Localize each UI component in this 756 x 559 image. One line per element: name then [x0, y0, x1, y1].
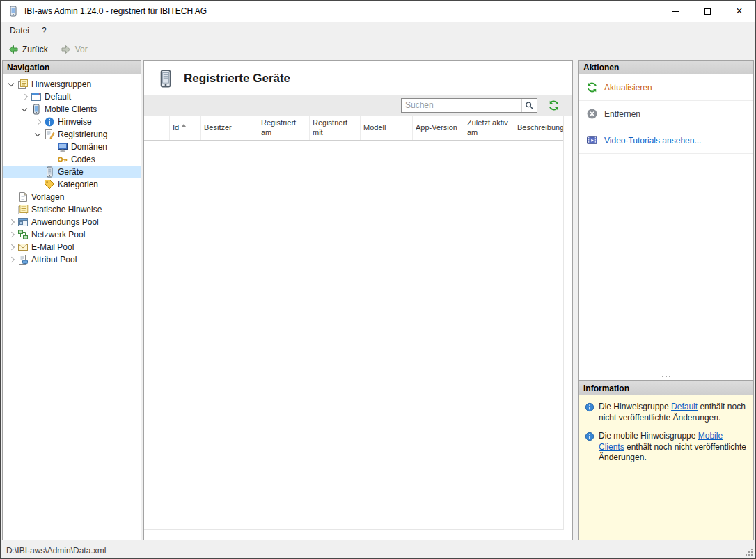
tree-item-statische-hinweise[interactable]: Statische Hinweise: [3, 203, 141, 216]
tree-item-codes[interactable]: Codes: [3, 153, 141, 166]
menubar: Datei?: [1, 22, 755, 40]
expand-chevron[interactable]: [32, 116, 44, 128]
column-header-modell[interactable]: Modell: [361, 116, 413, 140]
tree-item-anwendungs-pool[interactable]: Anwendungs Pool: [3, 216, 141, 228]
action-video-tutorials-ansehen[interactable]: Video-Tutorials ansehen...: [579, 127, 753, 154]
back-button[interactable]: Zurück: [5, 42, 51, 56]
tree-item-default[interactable]: Default: [3, 90, 141, 103]
search-box: [401, 98, 537, 113]
expand-chevron[interactable]: [6, 191, 17, 203]
close-icon: ×: [736, 6, 742, 17]
tree-item-dom-nen[interactable]: Domänen: [3, 141, 141, 153]
navigation-header: Navigation: [3, 61, 141, 74]
forward-icon: [61, 44, 72, 55]
expand-chevron[interactable]: [6, 204, 17, 216]
expand-chevron[interactable]: [19, 104, 31, 116]
close-button[interactable]: ×: [723, 1, 755, 22]
navigation-panel: Navigation Hinweisgruppen Default Mobile…: [2, 60, 141, 540]
registered-devices-icon: [157, 70, 175, 88]
table-body: [144, 141, 563, 529]
statusbar: D:\IBI-aws\Admin\Data.xml: [1, 542, 755, 558]
action-aktualisieren[interactable]: Aktualisieren: [579, 74, 753, 101]
mobile-icon: [31, 104, 42, 115]
page-title: Registrierte Geräte: [184, 72, 290, 86]
actions-panel: Aktionen Aktualisieren Entfernen Video-T…: [578, 60, 754, 381]
refresh-icon: [548, 100, 560, 111]
column-header-zuletzt-aktiv-am[interactable]: Zuletzt aktiv am: [464, 116, 514, 140]
info-link[interactable]: Default: [671, 402, 698, 411]
panel-splitter[interactable]: [579, 372, 753, 380]
information-body: Die Hinweisgruppe Default enthält noch n…: [579, 395, 753, 540]
expand-chevron[interactable]: [6, 254, 17, 266]
window-title: IBI-aws Admin 1.24.0 - registriert für I…: [24, 6, 207, 16]
refresh-button[interactable]: [546, 98, 560, 112]
actions-list: Aktualisieren Entfernen Video-Tutorials …: [579, 74, 753, 372]
categories-icon: [44, 179, 55, 190]
column-header-id[interactable]: Id: [170, 116, 201, 140]
maximize-icon: [704, 8, 711, 15]
tree-item-mobile-clients[interactable]: Mobile Clients: [3, 103, 141, 116]
info-text: Die Hinweisgruppe Default enthält noch n…: [599, 402, 748, 423]
minimize-icon: [672, 11, 679, 12]
forward-button-label: Vor: [75, 45, 88, 54]
column-header-app-version[interactable]: App-Version: [413, 116, 464, 140]
search-toolbar: [144, 95, 572, 116]
tree-item-hinweisgruppen[interactable]: Hinweisgruppen: [3, 78, 141, 90]
row-header-gutter: [144, 116, 170, 140]
expand-chevron[interactable]: [32, 129, 44, 141]
expand-chevron[interactable]: [6, 216, 17, 228]
tree-item-kategorien[interactable]: Kategorien: [3, 178, 141, 191]
static-icon: [17, 204, 29, 215]
actions-header: Aktionen: [579, 61, 753, 74]
tree-item-hinweise[interactable]: Hinweise: [3, 116, 141, 128]
app-icon: [8, 6, 19, 17]
expand-chevron[interactable]: [32, 166, 44, 178]
menu-item-datei[interactable]: Datei: [3, 23, 36, 38]
column-header-registriert-am[interactable]: Registriert am: [258, 116, 310, 140]
tree-item-vorlagen[interactable]: Vorlagen: [3, 191, 141, 203]
network-icon: [17, 229, 29, 240]
tree-item-registrierung[interactable]: Registrierung: [3, 128, 141, 141]
search-button[interactable]: [521, 99, 537, 112]
email-icon: [17, 242, 29, 253]
window-controls: ×: [659, 1, 755, 22]
tree-item-attribut-pool[interactable]: Attribut Pool: [3, 253, 141, 266]
action-entfernen[interactable]: Entfernen: [579, 101, 753, 127]
tree-item-netzwerk-pool[interactable]: Netzwerk Pool: [3, 228, 141, 241]
expand-chevron[interactable]: [45, 141, 57, 153]
appwindow-icon: [17, 216, 29, 228]
information-header: Information: [579, 381, 753, 395]
forward-button[interactable]: Vor: [58, 42, 90, 56]
search-input[interactable]: [402, 99, 521, 112]
expand-chevron[interactable]: [6, 242, 17, 253]
video-icon: [586, 134, 598, 146]
expand-chevron[interactable]: [32, 179, 44, 191]
expand-chevron[interactable]: [19, 91, 31, 103]
info-icon: [585, 402, 594, 412]
page-title-row: Registrierte Geräte: [144, 61, 572, 95]
status-file-path: D:\IBI-aws\Admin\Data.xml: [6, 546, 106, 556]
expand-chevron[interactable]: [6, 79, 17, 90]
splitter-dots-icon: [666, 376, 667, 377]
column-header-besitzer[interactable]: Besitzer: [201, 116, 258, 140]
menu-item[interactable]: ?: [36, 23, 53, 38]
refresh-icon: [586, 81, 598, 93]
resize-grip[interactable]: [746, 549, 753, 556]
expand-chevron[interactable]: [45, 154, 57, 166]
info-item: Die mobile Hinweisgruppe Mobile Clients …: [585, 431, 748, 464]
tree-item-e-mail-pool[interactable]: E-Mail Pool: [3, 241, 141, 253]
key-icon: [57, 154, 68, 165]
titlebar: IBI-aws Admin 1.24.0 - registriert für I…: [1, 1, 755, 22]
tree-item-ger-te[interactable]: Geräte: [3, 166, 141, 178]
maximize-button[interactable]: [691, 1, 723, 22]
right-column: Aktionen Aktualisieren Entfernen Video-T…: [578, 60, 754, 540]
column-header-registriert-mit[interactable]: Registriert mit: [310, 116, 361, 140]
device-icon: [44, 166, 55, 178]
templates-icon: [17, 191, 29, 203]
info-item: Die Hinweisgruppe Default enthält noch n…: [585, 402, 748, 423]
remove-icon: [586, 108, 598, 120]
column-header-beschreibung[interactable]: Beschreibung: [514, 116, 563, 140]
minimize-button[interactable]: [659, 1, 691, 22]
expand-chevron[interactable]: [6, 229, 17, 241]
toolbar: Zurück Vor: [1, 40, 755, 58]
